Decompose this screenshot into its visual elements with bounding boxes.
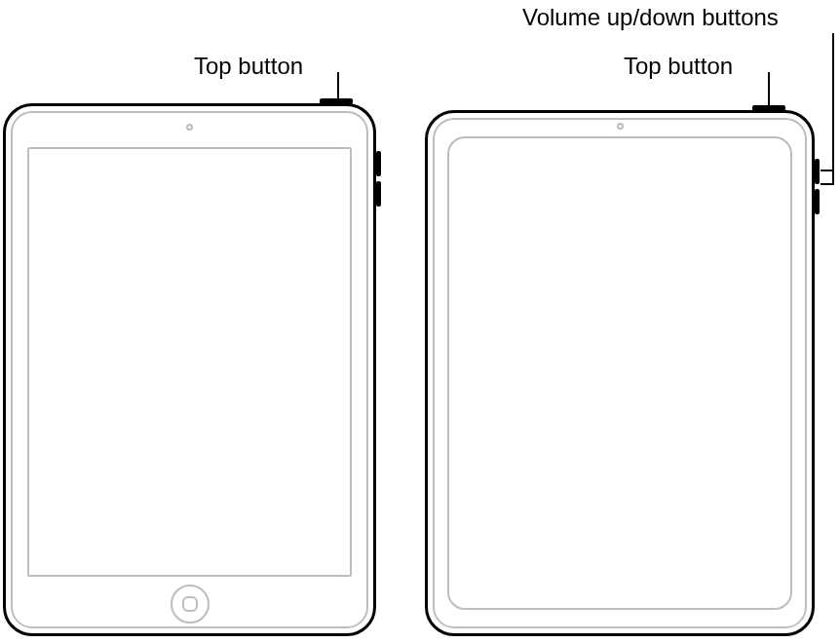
leader-volume-vertical	[832, 33, 834, 185]
right-ipad-volume-up-button[interactable]	[815, 159, 820, 184]
home-button-glyph	[182, 596, 198, 612]
left-ipad-side-button-1[interactable]	[376, 151, 381, 176]
label-top-button-left: Top button	[194, 53, 303, 80]
left-ipad-home-button[interactable]	[171, 585, 210, 624]
left-ipad-frame	[3, 103, 376, 636]
left-ipad-side-button-2[interactable]	[376, 181, 381, 207]
left-ipad-camera	[186, 124, 193, 131]
leader-top-left	[337, 72, 339, 101]
right-ipad-camera	[617, 123, 624, 130]
label-volume-buttons: Volume up/down buttons	[522, 4, 779, 31]
leader-volume-h2	[821, 183, 834, 185]
leader-top-right	[768, 72, 770, 107]
left-ipad-screen[interactable]	[27, 147, 352, 577]
right-ipad-frame	[425, 110, 815, 636]
right-ipad-volume-down-button[interactable]	[815, 189, 820, 214]
right-ipad-screen[interactable]	[447, 136, 792, 610]
label-top-button-right: Top button	[624, 53, 733, 80]
leader-volume-h1	[821, 170, 834, 171]
